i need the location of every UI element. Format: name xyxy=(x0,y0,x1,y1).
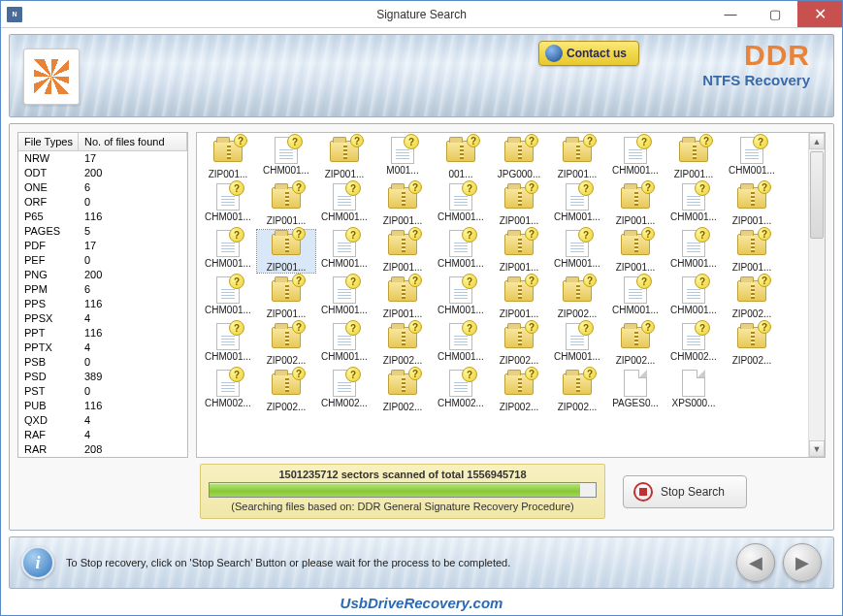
table-row[interactable]: PST0 xyxy=(18,384,187,399)
file-item[interactable]: CHM001... xyxy=(199,230,257,273)
file-item[interactable]: ?ZIP002... xyxy=(723,276,781,319)
file-item[interactable]: ?ZIP001... xyxy=(606,230,665,273)
close-button[interactable]: ✕ xyxy=(797,1,842,27)
file-item[interactable]: CHM001... xyxy=(315,183,373,226)
file-item[interactable]: ?ZIP001... xyxy=(548,137,606,179)
table-row[interactable]: PPSX4 xyxy=(18,311,187,326)
file-item[interactable] xyxy=(723,370,781,412)
table-row[interactable]: RAF4 xyxy=(18,428,187,442)
file-item[interactable]: CHM001... xyxy=(606,276,665,319)
file-item[interactable]: ?ZIP001... xyxy=(373,276,432,319)
file-item[interactable]: CHM001... xyxy=(665,276,723,319)
file-item[interactable]: ?001... xyxy=(432,137,490,179)
file-item[interactable]: CHM001... xyxy=(548,323,606,366)
maximize-button[interactable]: ▢ xyxy=(753,1,797,27)
file-item[interactable]: CHM001... xyxy=(199,323,257,366)
table-row[interactable]: PEF0 xyxy=(18,253,187,268)
file-item[interactable]: ?ZIP001... xyxy=(315,137,373,179)
file-item[interactable]: CHM002... xyxy=(432,370,490,412)
file-item[interactable]: ?ZIP001... xyxy=(490,183,548,226)
file-item[interactable]: CHM001... xyxy=(665,183,723,226)
file-item[interactable]: CHM001... xyxy=(723,137,781,179)
vertical-scrollbar[interactable]: ▲ ▼ xyxy=(808,133,825,457)
table-row[interactable]: PSD389 xyxy=(18,370,187,384)
scroll-down-button[interactable]: ▼ xyxy=(809,440,825,457)
file-item[interactable]: CHM001... xyxy=(432,230,490,273)
file-item[interactable]: ?ZIP002... xyxy=(373,323,432,366)
table-body[interactable]: NRW17ODT200ONE6ORF0P65116PAGES5PDF17PEF0… xyxy=(18,151,187,457)
file-item[interactable]: ?ZIP002... xyxy=(490,370,548,412)
file-item[interactable]: CHM001... xyxy=(199,276,257,319)
table-row[interactable]: PPM6 xyxy=(18,282,187,297)
file-item[interactable]: CHM001... xyxy=(257,137,315,179)
file-item[interactable]: CHM001... xyxy=(315,276,373,319)
scroll-up-button[interactable]: ▲ xyxy=(809,133,825,149)
file-item[interactable]: ?ZIP002... xyxy=(548,276,606,319)
file-item[interactable]: ?ZIP001... xyxy=(257,276,315,319)
file-item[interactable]: ?ZIP002... xyxy=(490,323,548,366)
file-item[interactable]: ?ZIP001... xyxy=(490,230,548,273)
file-item[interactable]: CHM001... xyxy=(432,323,490,366)
table-row[interactable]: PUB116 xyxy=(18,399,187,413)
file-item[interactable]: ?ZIP001... xyxy=(723,230,781,273)
file-item[interactable]: ?ZIP002... xyxy=(257,323,315,366)
nav-next-button[interactable]: ▶ xyxy=(783,543,822,582)
scroll-thumb[interactable] xyxy=(810,151,824,239)
table-row[interactable]: ORF0 xyxy=(18,195,187,210)
table-row[interactable]: RAR208 xyxy=(18,442,187,457)
table-row[interactable]: PNG200 xyxy=(18,268,187,282)
table-row[interactable]: PDF17 xyxy=(18,239,187,253)
table-row[interactable]: ONE6 xyxy=(18,180,187,195)
file-item[interactable]: ?ZIP001... xyxy=(373,230,432,273)
file-item[interactable]: CHM001... xyxy=(548,230,606,273)
file-item[interactable]: ?ZIP002... xyxy=(606,323,665,366)
file-item[interactable]: CHM001... xyxy=(199,183,257,226)
file-item[interactable]: M001... xyxy=(373,137,432,179)
file-item[interactable]: ?ZIP001... xyxy=(257,183,315,226)
file-item[interactable]: CHM002... xyxy=(665,323,723,366)
file-item[interactable]: CHM001... xyxy=(606,137,665,179)
file-grid[interactable]: ?ZIP001...CHM001...?ZIP001...M001...?001… xyxy=(197,133,808,457)
file-item[interactable]: ?ZIP002... xyxy=(723,323,781,366)
file-item[interactable]: ?ZIP001... xyxy=(490,276,548,319)
file-item[interactable]: ?ZIP002... xyxy=(373,370,432,412)
file-item[interactable]: CHM001... xyxy=(315,323,373,366)
file-item[interactable]: ?ZIP002... xyxy=(257,370,315,412)
table-row[interactable]: NRW17 xyxy=(18,151,187,166)
table-row[interactable]: PPT116 xyxy=(18,326,187,340)
titlebar[interactable]: N Signature Search — ▢ ✕ xyxy=(1,1,842,28)
table-row[interactable]: QXD4 xyxy=(18,413,187,428)
stop-search-button[interactable]: Stop Search xyxy=(623,475,747,508)
col-files-found[interactable]: No. of files found xyxy=(79,133,187,150)
table-row[interactable]: PAGES5 xyxy=(18,224,187,239)
table-row[interactable]: ODT200 xyxy=(18,166,187,180)
nav-back-button[interactable]: ◀ xyxy=(736,543,775,582)
file-item[interactable]: PAGES0... xyxy=(606,370,665,412)
file-item[interactable]: XPS000... xyxy=(665,370,723,412)
file-item[interactable]: CHM001... xyxy=(432,276,490,319)
table-row[interactable]: PPTX4 xyxy=(18,340,187,355)
file-item[interactable]: ?ZIP002... xyxy=(548,370,606,412)
file-item[interactable]: ?ZIP001... xyxy=(723,183,781,226)
file-item[interactable]: ?ZIP001... xyxy=(373,183,432,226)
file-item[interactable]: ?JPG000... xyxy=(490,137,548,179)
table-row[interactable]: PPS116 xyxy=(18,297,187,311)
file-item[interactable]: ?ZIP001... xyxy=(199,137,257,179)
file-item[interactable]: CHM001... xyxy=(315,230,373,273)
minimize-button[interactable]: — xyxy=(708,1,753,27)
file-item[interactable]: ?ZIP001... xyxy=(257,230,315,273)
table-row[interactable]: PSB0 xyxy=(18,355,187,370)
table-row[interactable]: P65116 xyxy=(18,210,187,224)
file-item[interactable]: CHM002... xyxy=(199,370,257,412)
scroll-track[interactable] xyxy=(809,149,825,440)
file-item[interactable]: ?ZIP001... xyxy=(665,137,723,179)
progress-bar xyxy=(209,482,597,498)
file-item[interactable]: CHM001... xyxy=(665,230,723,273)
file-item[interactable]: CHM001... xyxy=(548,183,606,226)
file-item[interactable]: CHM001... xyxy=(432,183,490,226)
file-item[interactable]: ?ZIP001... xyxy=(606,183,665,226)
file-label: ZIP001... xyxy=(373,308,432,319)
contact-us-button[interactable]: Contact us xyxy=(538,41,639,66)
file-item[interactable]: CHM002... xyxy=(315,370,373,412)
col-file-types[interactable]: File Types xyxy=(18,133,79,150)
